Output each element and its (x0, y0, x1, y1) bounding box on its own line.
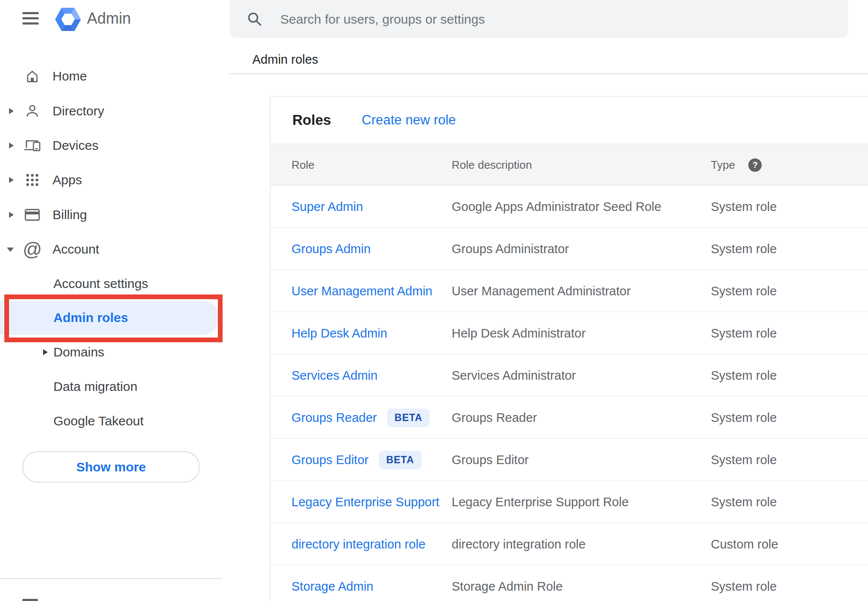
table-row: Legacy Enterprise Support Legacy Enterpr… (270, 481, 868, 523)
role-link[interactable]: Help Desk Admin (291, 326, 387, 341)
search-bar[interactable] (229, 0, 848, 38)
sidebar-item-label: Billing (53, 198, 87, 232)
sidebar-item-label: Directory (53, 94, 104, 128)
help-circle-icon[interactable]: ? (748, 158, 762, 172)
sidebar-item-label: Data migration (53, 369, 137, 404)
sidebar-item-account-settings[interactable]: Account settings (0, 266, 229, 301)
sidebar: Admin Home Directory Devices Apps Billin (0, 0, 229, 601)
card-title: Roles (292, 96, 331, 144)
role-link[interactable]: User Management Admin (291, 284, 432, 298)
sidebar-item-account[interactable]: @ Account (0, 232, 229, 266)
chevron-right-icon (9, 108, 14, 114)
role-type: System role (711, 228, 777, 270)
hamburger-menu-icon[interactable] (22, 12, 39, 25)
role-link[interactable]: Groups Editor (291, 453, 369, 467)
chevron-right-icon (9, 212, 14, 218)
chevron-right-icon (43, 349, 48, 355)
card-header: Roles Create new role (270, 96, 868, 144)
table-row: Groups Reader BETA Groups Reader System … (270, 397, 868, 439)
home-icon (24, 68, 41, 85)
breadcrumb: Admin roles (252, 53, 318, 67)
sidebar-item-domains[interactable]: Domains (0, 335, 229, 369)
sidebar-item-apps[interactable]: Apps (0, 163, 229, 197)
sidebar-item-label: Google Takeout (53, 404, 144, 438)
role-type: System role (711, 397, 777, 439)
role-type: System role (711, 439, 777, 481)
role-link[interactable]: Services Admin (291, 369, 378, 383)
sidebar-item-directory[interactable]: Directory (0, 94, 229, 128)
role-type: Custom role (711, 523, 778, 565)
role-type: System role (711, 186, 777, 228)
table-row: Super Admin Google Apps Administrator Se… (270, 186, 868, 228)
chevron-right-icon (9, 143, 14, 149)
role-description: Help Desk Administrator (452, 312, 586, 354)
search-icon (247, 11, 262, 27)
role-type: System role (711, 312, 777, 354)
table-row: User Management Admin User Management Ad… (270, 270, 868, 312)
role-description: Groups Editor (452, 439, 529, 481)
person-icon (24, 102, 41, 120)
column-header-role: Role (291, 144, 314, 186)
sidebar-item-label: Devices (53, 128, 99, 163)
column-header-type: Type ? (711, 144, 762, 186)
table-row: Groups Admin Groups Administrator System… (270, 228, 868, 270)
credit-card-icon (24, 206, 41, 223)
search-input[interactable] (279, 0, 832, 39)
app-title: Admin (87, 9, 131, 28)
role-description: Google Apps Administrator Seed Role (452, 186, 661, 228)
roles-card: Roles Create new role Role Role descript… (270, 96, 868, 601)
show-more-button[interactable]: Show more (22, 451, 200, 483)
sidebar-item-label: Apps (53, 163, 82, 197)
sidebar-item-admin-roles[interactable]: Admin roles (0, 300, 229, 335)
role-description: Services Administrator (452, 354, 576, 397)
sidebar-item-billing[interactable]: Billing (0, 198, 229, 232)
app-header: Admin (0, 0, 229, 38)
clipped-bottom-icon (22, 599, 38, 601)
sidebar-item-label: Admin roles (53, 300, 128, 335)
header-divider (229, 73, 868, 74)
role-link[interactable]: Groups Reader (291, 411, 377, 425)
apps-grid-icon (24, 171, 41, 189)
table-header-row: Role Role description Type ? (270, 144, 868, 186)
devices-icon (24, 137, 41, 154)
sidebar-item-label: Domains (53, 335, 104, 369)
role-link[interactable]: Legacy Enterprise Support (291, 495, 439, 509)
role-description: Legacy Enterprise Support Role (452, 481, 629, 523)
sidebar-item-label: Home (53, 59, 87, 93)
sidebar-item-home[interactable]: Home (0, 59, 229, 93)
sidebar-item-label: Account settings (53, 266, 148, 301)
role-type: System role (711, 481, 777, 523)
chevron-right-icon (9, 177, 14, 183)
admin-hexagon-logo (55, 8, 81, 31)
at-sign-icon: @ (24, 241, 41, 258)
role-description: directory integration role (452, 523, 586, 565)
role-link[interactable]: directory integration role (291, 537, 425, 551)
roles-table-body: Super Admin Google Apps Administrator Se… (270, 186, 868, 601)
role-type: System role (711, 354, 777, 397)
create-new-role-link[interactable]: Create new role (362, 96, 456, 144)
role-type: System role (711, 270, 777, 312)
role-description: Groups Administrator (452, 228, 569, 270)
sidebar-divider (0, 578, 222, 579)
table-row: directory integration role directory int… (270, 523, 868, 565)
role-description: User Management Administrator (452, 270, 631, 312)
table-row: Services Admin Services Administrator Sy… (270, 354, 868, 397)
beta-badge: BETA (387, 409, 430, 427)
table-row: Help Desk Admin Help Desk Administrator … (270, 312, 868, 354)
sidebar-item-data-migration[interactable]: Data migration (0, 369, 229, 404)
column-header-description: Role description (452, 144, 532, 186)
role-link[interactable]: Storage Admin (291, 579, 373, 594)
sidebar-item-google-takeout[interactable]: Google Takeout (0, 404, 229, 438)
role-type: System role (711, 565, 777, 601)
chevron-down-icon (7, 248, 14, 252)
role-description: Storage Admin Role (452, 565, 563, 601)
role-link[interactable]: Super Admin (291, 200, 363, 214)
table-row: Groups Editor BETA Groups Editor System … (270, 439, 868, 481)
beta-badge: BETA (379, 451, 422, 469)
google-admin-console: { "app": { "name": "Admin", "menu_icon":… (0, 0, 868, 601)
sidebar-item-devices[interactable]: Devices (0, 128, 229, 163)
table-row: Storage Admin Storage Admin Role System … (270, 565, 868, 601)
role-description: Groups Reader (452, 397, 537, 439)
role-link[interactable]: Groups Admin (291, 242, 371, 256)
sidebar-item-label: Account (53, 232, 99, 266)
